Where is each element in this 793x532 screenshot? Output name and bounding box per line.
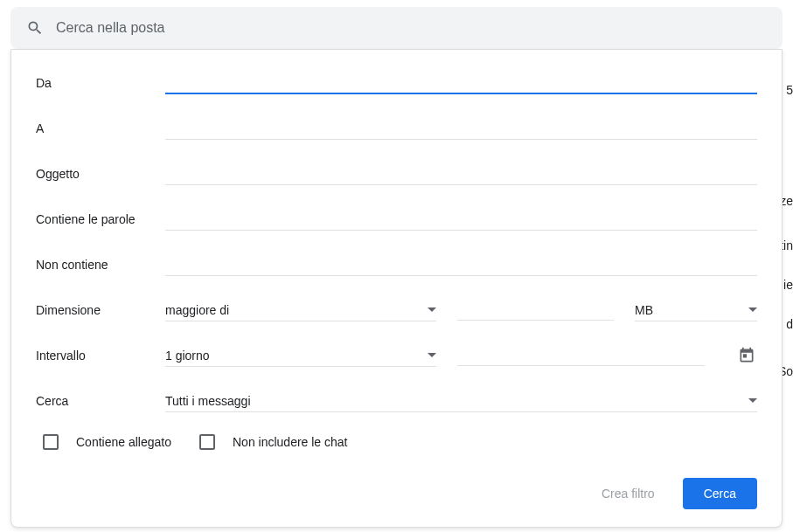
search-button[interactable]: Cerca xyxy=(683,478,757,509)
search-icon xyxy=(26,19,44,37)
size-value-input[interactable] xyxy=(457,300,614,321)
exclude-chats-checkbox[interactable]: Non includere le chat xyxy=(199,434,348,450)
search-bar[interactable]: Cerca nella posta xyxy=(10,7,783,49)
to-row: A xyxy=(36,116,757,141)
has-attachment-checkbox[interactable]: Contiene allegato xyxy=(43,434,171,450)
subject-label: Oggetto xyxy=(36,167,165,181)
has-words-row: Contiene le parole xyxy=(36,207,757,231)
date-label: Intervallo xyxy=(36,349,165,363)
has-words-input[interactable] xyxy=(165,209,757,231)
search-in-row: Cerca Tutti i messaggi xyxy=(36,389,757,413)
date-range-value: 1 giorno xyxy=(165,349,210,363)
bg-text: 5 xyxy=(786,83,793,97)
chevron-down-icon xyxy=(428,353,436,357)
to-label: A xyxy=(36,121,165,135)
from-label: Da xyxy=(36,76,165,90)
not-has-input[interactable] xyxy=(165,254,757,276)
search-icon-button[interactable] xyxy=(17,10,52,45)
size-label: Dimensione xyxy=(36,303,165,317)
subject-input[interactable] xyxy=(165,163,757,185)
subject-row: Oggetto xyxy=(36,162,757,186)
from-row: Da xyxy=(36,71,757,95)
size-unit-value: MB xyxy=(635,303,653,317)
has-words-label: Contiene le parole xyxy=(36,212,165,226)
date-row: Intervallo 1 giorno xyxy=(36,343,757,368)
chevron-down-icon xyxy=(748,307,757,312)
has-attachment-label: Contiene allegato xyxy=(76,435,171,449)
advanced-search-panel: Da A Oggetto Contiene le parole Non cont… xyxy=(10,49,783,528)
calendar-icon xyxy=(738,347,755,364)
date-range-select[interactable]: 1 giorno xyxy=(165,345,436,367)
create-filter-button[interactable]: Crea filtro xyxy=(595,478,662,509)
size-unit-select[interactable]: MB xyxy=(635,300,757,321)
search-in-label: Cerca xyxy=(36,394,165,408)
from-input[interactable] xyxy=(165,72,757,94)
not-has-row: Non contiene xyxy=(36,252,757,277)
search-placeholder: Cerca nella posta xyxy=(56,20,165,36)
size-operator-select[interactable]: maggiore di xyxy=(165,300,436,321)
to-input[interactable] xyxy=(165,118,757,140)
chevron-down-icon xyxy=(428,307,436,312)
date-value-input[interactable] xyxy=(457,345,705,366)
checkbox-box-icon xyxy=(199,434,215,450)
size-operator-value: maggiore di xyxy=(165,303,229,317)
exclude-chats-label: Non includere le chat xyxy=(233,435,348,449)
size-row: Dimensione maggiore di MB xyxy=(36,298,757,322)
checkbox-row: Contiene allegato Non includere le chat xyxy=(36,434,757,450)
search-in-value: Tutti i messaggi xyxy=(165,394,251,408)
search-in-select[interactable]: Tutti i messaggi xyxy=(165,390,757,412)
bg-text: ie xyxy=(783,278,793,292)
checkbox-box-icon xyxy=(43,434,59,450)
calendar-button[interactable] xyxy=(736,345,757,366)
not-has-label: Non contiene xyxy=(36,258,165,272)
button-row: Crea filtro Cerca xyxy=(36,478,757,509)
chevron-down-icon xyxy=(748,398,757,403)
